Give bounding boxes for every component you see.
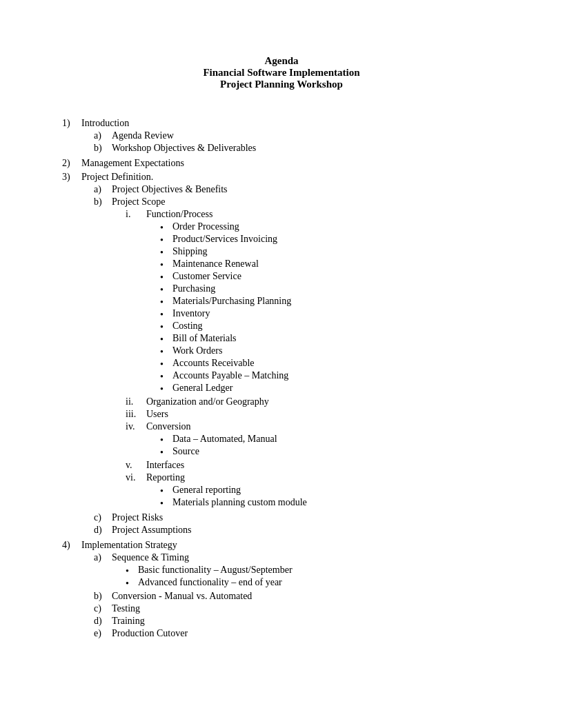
sub-list: Sequence & Timing Basic functionality – … <box>81 552 501 639</box>
list-item: Project Definition. Project Objectives &… <box>62 172 501 537</box>
item-label: Testing <box>112 603 140 614</box>
list-item: Data – Automated, Manual <box>160 434 501 445</box>
item-label: Management Expectations <box>81 158 184 168</box>
bullet-label: General Ledger <box>172 383 233 393</box>
item-label: Project Assumptions <box>112 525 192 535</box>
bullet-label: Maintenance Renewal <box>172 259 259 269</box>
list-item: Conversion - Manual vs. Automated <box>94 591 501 602</box>
list-item: Maintenance Renewal <box>160 259 501 270</box>
list-item: Work Orders <box>160 345 501 356</box>
list-item: Bill of Materials <box>160 333 501 344</box>
page-header: Agenda Financial Software Implementation… <box>62 55 501 90</box>
bullet-label: General reporting <box>172 485 241 495</box>
item-label: Project Definition. <box>81 172 153 182</box>
list-item: Project Assumptions <box>94 525 501 536</box>
bullet-label: Accounts Payable – Matching <box>172 370 288 381</box>
list-item: Implementation Strategy Sequence & Timin… <box>62 540 501 640</box>
list-item: Conversion Data – Automated, Manual Sour… <box>126 421 501 458</box>
list-item: Production Cutover <box>94 628 501 639</box>
item-label: Users <box>146 409 168 419</box>
bullet-label: Accounts Receivable <box>172 358 255 368</box>
list-item: Costing <box>160 321 501 332</box>
item-label: Project Scope <box>112 196 165 207</box>
item-label: Conversion <box>146 421 191 432</box>
item-label: Interfaces <box>146 460 184 470</box>
list-item: Introduction Agenda Review Workshop Obje… <box>62 118 501 155</box>
list-item: Order Processing <box>160 221 501 232</box>
list-item: Accounts Payable – Matching <box>160 370 501 381</box>
item-label: Project Risks <box>112 512 163 523</box>
item-label: Function/Process <box>146 209 213 219</box>
list-item: Product/Services Invoicing <box>160 234 501 245</box>
item-label: Introduction <box>81 118 129 128</box>
list-item: Management Expectations <box>62 158 501 169</box>
bullet-label: Order Processing <box>172 221 239 232</box>
bullet-label: Advanced functionality – end of year <box>138 577 282 587</box>
header-line3: Project Planning Workshop <box>62 79 501 90</box>
list-item: Training <box>94 616 501 627</box>
sub-list: Agenda Review Workshop Objectives & Deli… <box>81 130 501 154</box>
list-item: Interfaces <box>126 460 501 471</box>
item-label: Sequence & Timing <box>112 552 189 563</box>
bullet-list: Data – Automated, Manual Source <box>146 434 501 457</box>
list-item: Project Objectives & Benefits <box>94 184 501 195</box>
bullet-label: Customer Service <box>172 271 241 281</box>
list-item: Materials/Purchasing Planning <box>160 296 501 307</box>
bullet-label: Shipping <box>172 246 208 256</box>
list-item: Advanced functionality – end of year <box>126 577 501 588</box>
bullet-list: Order Processing Product/Services Invoic… <box>146 221 501 394</box>
bullet-label: Data – Automated, Manual <box>172 434 277 444</box>
item-label: Project Objectives & Benefits <box>112 184 228 194</box>
list-item: Agenda Review <box>94 130 501 141</box>
list-item: Source <box>160 446 501 457</box>
list-item: Basic functionality – August/September <box>126 565 501 576</box>
bullet-label: Materials/Purchasing Planning <box>172 296 291 306</box>
item-label: Workshop Objectives & Deliverables <box>112 143 256 153</box>
list-item: Shipping <box>160 246 501 257</box>
list-item: Project Scope Function/Process Order Pro… <box>94 196 501 511</box>
list-item: Function/Process Order Processing Produc… <box>126 209 501 395</box>
bullet-label: Source <box>172 446 199 456</box>
list-item: General reporting <box>160 485 501 496</box>
item-label: Production Cutover <box>112 628 188 638</box>
bullet-label: Purchasing <box>172 283 215 294</box>
level3-list: Function/Process Order Processing Produc… <box>112 209 501 509</box>
item-label: Conversion - Manual vs. Automated <box>112 591 252 601</box>
list-item: Accounts Receivable <box>160 358 501 369</box>
list-item: Testing <box>94 603 501 614</box>
item-label: Agenda Review <box>112 130 174 141</box>
list-item: Customer Service <box>160 271 501 282</box>
bullet-label: Inventory <box>172 308 210 318</box>
bullet-label: Basic functionality – August/September <box>138 565 293 575</box>
list-item: Sequence & Timing Basic functionality – … <box>94 552 501 589</box>
list-item: Purchasing <box>160 283 501 294</box>
list-item: Workshop Objectives & Deliverables <box>94 143 501 154</box>
list-item: Users <box>126 409 501 420</box>
bullet-label: Costing <box>172 321 203 331</box>
list-item: Reporting General reporting Materials pl… <box>126 472 501 509</box>
outline-content: Introduction Agenda Review Workshop Obje… <box>62 118 501 640</box>
item-label: Organization and/or Geography <box>146 396 269 407</box>
bullet-label: Product/Services Invoicing <box>172 234 277 244</box>
sub-list: Project Objectives & Benefits Project Sc… <box>81 184 501 536</box>
list-item: Inventory <box>160 308 501 319</box>
list-item: Materials planning custom module <box>160 497 501 508</box>
bullet-list: Basic functionality – August/September A… <box>112 565 501 588</box>
main-list: Introduction Agenda Review Workshop Obje… <box>62 118 501 640</box>
bullet-list: General reporting Materials planning cus… <box>146 485 501 508</box>
bullet-label: Materials planning custom module <box>172 497 307 507</box>
item-label: Training <box>112 616 145 626</box>
header-line2: Financial Software Implementation <box>62 67 501 79</box>
bullet-label: Work Orders <box>172 345 222 356</box>
header-line1: Agenda <box>62 55 501 67</box>
list-item: General Ledger <box>160 383 501 394</box>
item-label: Reporting <box>146 472 185 483</box>
bullet-label: Bill of Materials <box>172 333 237 343</box>
list-item: Project Risks <box>94 512 501 523</box>
item-label: Implementation Strategy <box>81 540 177 550</box>
list-item: Organization and/or Geography <box>126 396 501 407</box>
